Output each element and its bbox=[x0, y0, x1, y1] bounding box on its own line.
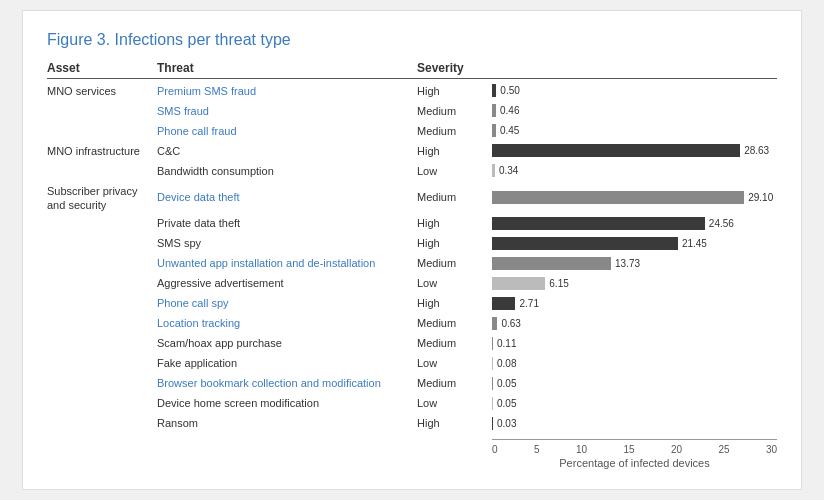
threat-cell: Phone call fraud bbox=[157, 125, 417, 137]
table-row: MNO infrastructureC&CHigh28.63 bbox=[47, 141, 777, 161]
bar-value: 24.56 bbox=[709, 218, 734, 229]
bar-value: 0.08 bbox=[497, 358, 516, 369]
bar-value: 6.15 bbox=[549, 278, 568, 289]
bar bbox=[492, 191, 744, 204]
table-row: Phone call fraudMedium0.45 bbox=[47, 121, 777, 141]
threat-cell: SMS spy bbox=[157, 237, 417, 249]
threat-cell: Location tracking bbox=[157, 317, 417, 329]
table-row: Aggressive advertisementLow6.15 bbox=[47, 273, 777, 293]
asset-cell bbox=[47, 414, 157, 416]
bar-cell: 0.45 bbox=[492, 124, 777, 137]
chart-card: Figure 3. Infections per threat type Ass… bbox=[22, 10, 802, 491]
bar bbox=[492, 237, 678, 250]
x-tick: 0 bbox=[492, 444, 498, 455]
threat-cell: Premium SMS fraud bbox=[157, 85, 417, 97]
bar-value: 0.46 bbox=[500, 105, 519, 116]
bar-value: 0.05 bbox=[497, 378, 516, 389]
threat-cell: Device home screen modification bbox=[157, 397, 417, 409]
asset-cell bbox=[47, 274, 157, 276]
asset-cell bbox=[47, 254, 157, 256]
x-axis: 051015202530 bbox=[492, 439, 777, 455]
bar bbox=[492, 337, 493, 350]
asset-cell: Subscriber privacy and security bbox=[47, 182, 157, 213]
asset-cell bbox=[47, 122, 157, 124]
threat-cell: Scam/hoax app purchase bbox=[157, 337, 417, 349]
table-row: Browser bookmark collection and modifica… bbox=[47, 373, 777, 393]
severity-cell: High bbox=[417, 297, 492, 309]
data-rows: MNO servicesPremium SMS fraudHigh0.50SMS… bbox=[47, 81, 777, 434]
threat-cell: Bandwidth consumption bbox=[157, 165, 417, 177]
bar-cell: 0.11 bbox=[492, 337, 777, 350]
bar bbox=[492, 217, 705, 230]
asset-cell bbox=[47, 354, 157, 356]
bar bbox=[492, 417, 493, 430]
bar bbox=[492, 297, 515, 310]
table-row: RansomHigh0.03 bbox=[47, 413, 777, 433]
table-row: Subscriber privacy and securityDevice da… bbox=[47, 181, 777, 214]
asset-cell bbox=[47, 314, 157, 316]
bar-value: 0.05 bbox=[497, 398, 516, 409]
header-row: Asset Threat Severity bbox=[47, 61, 777, 79]
table-row: Unwanted app installation and de-install… bbox=[47, 253, 777, 273]
threat-cell: C&C bbox=[157, 145, 417, 157]
severity-cell: Medium bbox=[417, 257, 492, 269]
asset-cell bbox=[47, 334, 157, 336]
asset-cell bbox=[47, 374, 157, 376]
severity-cell: High bbox=[417, 145, 492, 157]
x-tick: 15 bbox=[623, 444, 634, 455]
bar-cell: 0.63 bbox=[492, 317, 777, 330]
asset-cell: MNO services bbox=[47, 82, 157, 98]
bar-cell: 0.34 bbox=[492, 164, 777, 177]
bar bbox=[492, 317, 497, 330]
x-axis-label: Percentage of infected devices bbox=[492, 457, 777, 469]
bar-cell: 6.15 bbox=[492, 277, 777, 290]
severity-cell: High bbox=[417, 217, 492, 229]
col-bar-header bbox=[492, 61, 777, 75]
x-tick: 25 bbox=[718, 444, 729, 455]
bar-cell: 0.03 bbox=[492, 417, 777, 430]
threat-cell: Unwanted app installation and de-install… bbox=[157, 257, 417, 269]
severity-cell: Medium bbox=[417, 105, 492, 117]
x-tick: 10 bbox=[576, 444, 587, 455]
table-row: MNO servicesPremium SMS fraudHigh0.50 bbox=[47, 81, 777, 101]
severity-cell: Low bbox=[417, 165, 492, 177]
threat-cell: Aggressive advertisement bbox=[157, 277, 417, 289]
bar-cell: 0.05 bbox=[492, 377, 777, 390]
severity-cell: High bbox=[417, 237, 492, 249]
severity-cell: Low bbox=[417, 277, 492, 289]
bar bbox=[492, 357, 493, 370]
bar-value: 0.11 bbox=[497, 338, 516, 349]
asset-cell: MNO infrastructure bbox=[47, 142, 157, 158]
threat-cell: Fake application bbox=[157, 357, 417, 369]
threat-cell: Device data theft bbox=[157, 191, 417, 203]
col-threat-header: Threat bbox=[157, 61, 417, 75]
severity-cell: Low bbox=[417, 397, 492, 409]
bar-cell: 0.46 bbox=[492, 104, 777, 117]
bar-value: 13.73 bbox=[615, 258, 640, 269]
bar bbox=[492, 104, 496, 117]
bar-cell: 0.08 bbox=[492, 357, 777, 370]
severity-cell: Medium bbox=[417, 125, 492, 137]
table-row: Bandwidth consumptionLow0.34 bbox=[47, 161, 777, 181]
bar-value: 21.45 bbox=[682, 238, 707, 249]
table-row: SMS spyHigh21.45 bbox=[47, 233, 777, 253]
bar-value: 0.50 bbox=[500, 85, 519, 96]
col-severity-header: Severity bbox=[417, 61, 492, 75]
bar-cell: 2.71 bbox=[492, 297, 777, 310]
severity-cell: Medium bbox=[417, 317, 492, 329]
bar bbox=[492, 377, 493, 390]
bar-cell: 28.63 bbox=[492, 144, 777, 157]
x-tick: 5 bbox=[534, 444, 540, 455]
bar-cell: 13.73 bbox=[492, 257, 777, 270]
bar bbox=[492, 397, 493, 410]
bar bbox=[492, 164, 495, 177]
table-row: Scam/hoax app purchaseMedium0.11 bbox=[47, 333, 777, 353]
bar bbox=[492, 84, 496, 97]
severity-cell: Medium bbox=[417, 337, 492, 349]
bar-cell: 21.45 bbox=[492, 237, 777, 250]
table-row: Private data theftHigh24.56 bbox=[47, 213, 777, 233]
bar bbox=[492, 277, 545, 290]
threat-cell: Private data theft bbox=[157, 217, 417, 229]
bar bbox=[492, 124, 496, 137]
threat-cell: Browser bookmark collection and modifica… bbox=[157, 377, 417, 389]
